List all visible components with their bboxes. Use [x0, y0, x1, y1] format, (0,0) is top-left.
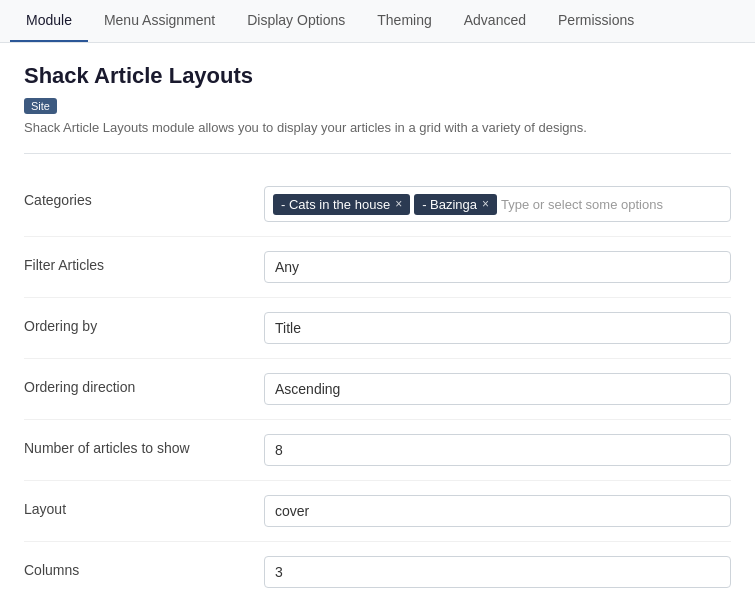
ordering-by-control: [264, 312, 731, 344]
tag-label: - Cats in the house: [281, 197, 390, 212]
tab-permissions[interactable]: Permissions: [542, 0, 650, 42]
form-row-ordering-by: Ordering by: [24, 298, 731, 359]
columns-control: [264, 556, 731, 588]
divider: [24, 153, 731, 154]
layout-control: [264, 495, 731, 527]
filter-articles-control: [264, 251, 731, 283]
form-row-categories: Categories - Cats in the house × - Bazin…: [24, 172, 731, 237]
number-articles-control: [264, 434, 731, 466]
layout-input[interactable]: [264, 495, 731, 527]
tab-advanced[interactable]: Advanced: [448, 0, 542, 42]
tag-label: - Bazinga: [422, 197, 477, 212]
ordering-by-input[interactable]: [264, 312, 731, 344]
form-row-columns: Columns: [24, 542, 731, 596]
label-ordering-by: Ordering by: [24, 312, 264, 334]
ordering-direction-control: [264, 373, 731, 405]
module-description: Shack Article Layouts module allows you …: [24, 120, 731, 135]
tab-menu-assignment[interactable]: Menu Assignment: [88, 0, 231, 42]
tag-close-bazinga[interactable]: ×: [482, 197, 489, 211]
label-columns: Columns: [24, 556, 264, 578]
tab-module[interactable]: Module: [10, 0, 88, 42]
form-row-layout: Layout: [24, 481, 731, 542]
label-categories: Categories: [24, 186, 264, 208]
columns-input[interactable]: [264, 556, 731, 588]
label-filter-articles: Filter Articles: [24, 251, 264, 273]
page-wrapper: Module Menu Assignment Display Options T…: [0, 0, 755, 596]
content-area: Shack Article Layouts Site Shack Article…: [0, 43, 755, 596]
tags-placeholder: Type or select some options: [501, 197, 663, 212]
tab-theming[interactable]: Theming: [361, 0, 447, 42]
page-title: Shack Article Layouts: [24, 63, 731, 89]
ordering-direction-input[interactable]: [264, 373, 731, 405]
site-badge: Site: [24, 98, 57, 114]
label-ordering-direction: Ordering direction: [24, 373, 264, 395]
tag-cats-in-house[interactable]: - Cats in the house ×: [273, 194, 410, 215]
form-row-filter-articles: Filter Articles: [24, 237, 731, 298]
tab-bar: Module Menu Assignment Display Options T…: [0, 0, 755, 43]
number-articles-input[interactable]: [264, 434, 731, 466]
filter-articles-input[interactable]: [264, 251, 731, 283]
tab-display-options[interactable]: Display Options: [231, 0, 361, 42]
label-number-articles: Number of articles to show: [24, 434, 264, 456]
categories-control: - Cats in the house × - Bazinga × Type o…: [264, 186, 731, 222]
tag-bazinga[interactable]: - Bazinga ×: [414, 194, 497, 215]
form-row-ordering-direction: Ordering direction: [24, 359, 731, 420]
tag-close-cats[interactable]: ×: [395, 197, 402, 211]
categories-tags-input[interactable]: - Cats in the house × - Bazinga × Type o…: [264, 186, 731, 222]
label-layout: Layout: [24, 495, 264, 517]
form-row-number-articles: Number of articles to show: [24, 420, 731, 481]
